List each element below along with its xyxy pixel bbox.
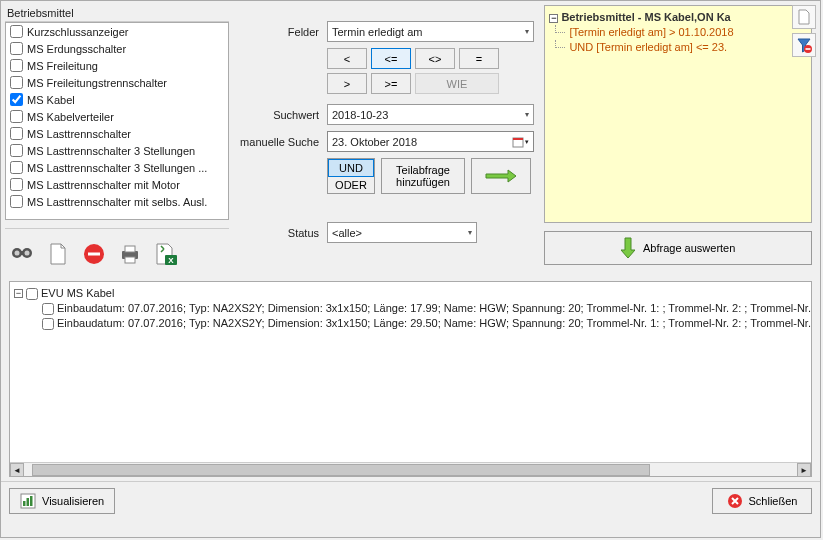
delete-icon[interactable] — [77, 237, 111, 271]
betriebsmittel-item[interactable]: MS Kabelverteiler — [6, 108, 228, 125]
manuelle-suche-value: 23. Oktober 2018 — [332, 136, 417, 148]
suchwert-label: Suchwert — [239, 109, 327, 121]
suchwert-dropdown[interactable]: 2018-10-23 ▾ — [327, 104, 534, 125]
collapse-icon[interactable]: − — [14, 289, 23, 298]
evaluate-query-button[interactable]: Abfrage auswerten — [544, 231, 812, 265]
horizontal-scrollbar[interactable]: ◄ ► — [10, 462, 811, 476]
query-preview[interactable]: −Betriebsmittel - MS Kabel,ON Ka [Termin… — [544, 5, 812, 223]
left-toolbar: X — [5, 228, 229, 271]
op-lte-button[interactable]: <= — [371, 48, 411, 69]
result-row-checkbox[interactable] — [42, 303, 54, 315]
betriebsmittel-label: Betriebsmittel — [5, 5, 229, 22]
bottom-bar: Visualisieren Schließen — [1, 481, 820, 520]
operator-grid: < <= <> = > >= WIE — [327, 48, 534, 94]
calendar-icon[interactable]: ▾ — [512, 136, 529, 148]
filter-icon[interactable] — [792, 33, 816, 57]
betriebsmittel-item[interactable]: MS Lasttrennschalter — [6, 125, 228, 142]
betriebsmittel-checkbox[interactable] — [10, 178, 23, 191]
manuelle-suche-datepicker[interactable]: 23. Oktober 2018 ▾ — [327, 131, 534, 152]
upper-panel: Betriebsmittel KurzschlussanzeigerMS Erd… — [1, 1, 820, 279]
betriebsmittel-item-label: MS Lasttrennschalter mit Motor — [27, 179, 180, 191]
result-root-checkbox[interactable] — [26, 288, 38, 300]
betriebsmittel-checkbox[interactable] — [10, 93, 23, 106]
betriebsmittel-item-label: MS Kabel — [27, 94, 75, 106]
betriebsmittel-item-label: Kurzschlussanzeiger — [27, 26, 129, 38]
status-label: Status — [239, 227, 327, 239]
op-gte-button[interactable]: >= — [371, 73, 411, 94]
print-icon[interactable] — [113, 237, 147, 271]
betriebsmittel-checkbox[interactable] — [10, 42, 23, 55]
manuelle-suche-label: manuelle Suche — [239, 136, 327, 148]
scroll-track[interactable] — [24, 463, 797, 476]
close-button[interactable]: Schließen — [712, 488, 812, 514]
op-eq-button[interactable]: = — [459, 48, 499, 69]
result-row[interactable]: Einbaudatum: 07.07.2016; Typ: NA2XS2Y; D… — [42, 316, 807, 331]
betriebsmittel-item[interactable]: Kurzschlussanzeiger — [6, 23, 228, 40]
betriebsmittel-item[interactable]: MS Lasttrennschalter mit selbs. Ausl. — [6, 193, 228, 210]
betriebsmittel-item-label: MS Lasttrennschalter 3 Stellungen — [27, 145, 195, 157]
middle-panel: Felder Termin erledigt am ▾ < <= <> = > … — [239, 5, 534, 275]
betriebsmittel-item[interactable]: MS Erdungsschalter — [6, 40, 228, 57]
arrow-right-button[interactable] — [471, 158, 531, 194]
betriebsmittel-item-label: MS Erdungsschalter — [27, 43, 126, 55]
suchwert-value: 2018-10-23 — [332, 109, 388, 121]
op-lt-button[interactable]: < — [327, 48, 367, 69]
logic-or-button[interactable]: ODER — [328, 177, 374, 193]
op-ne-button[interactable]: <> — [415, 48, 455, 69]
result-root-label: EVU MS Kabel — [41, 286, 114, 301]
preview-condition-2[interactable]: UND [Termin erledigt am] <= 23. — [569, 40, 807, 55]
svg-rect-19 — [30, 496, 33, 506]
scroll-right-button[interactable]: ► — [797, 463, 811, 477]
svg-rect-17 — [23, 501, 26, 506]
svg-rect-15 — [806, 48, 811, 50]
betriebsmittel-checklist[interactable]: KurzschlussanzeigerMS ErdungsschalterMS … — [5, 22, 229, 220]
betriebsmittel-item[interactable]: MS Kabel — [6, 91, 228, 108]
betriebsmittel-checkbox[interactable] — [10, 59, 23, 72]
svg-point-3 — [15, 251, 20, 256]
evaluate-label: Abfrage auswerten — [643, 242, 735, 254]
betriebsmittel-item-label: MS Lasttrennschalter 3 Stellungen ... — [27, 162, 207, 174]
excel-export-icon[interactable]: X — [149, 237, 183, 271]
betriebsmittel-item[interactable]: MS Freileitung — [6, 57, 228, 74]
betriebsmittel-checkbox[interactable] — [10, 195, 23, 208]
svg-rect-2 — [20, 251, 24, 255]
betriebsmittel-item[interactable]: MS Lasttrennschalter mit Motor — [6, 176, 228, 193]
betriebsmittel-checkbox[interactable] — [10, 161, 23, 174]
binoculars-icon[interactable] — [5, 237, 39, 271]
scroll-left-button[interactable]: ◄ — [10, 463, 24, 477]
status-dropdown[interactable]: <alle> ▾ — [327, 222, 477, 243]
results-tree[interactable]: − EVU MS Kabel Einbaudatum: 07.07.2016; … — [9, 281, 812, 477]
new-page-icon[interactable] — [41, 237, 75, 271]
betriebsmittel-checkbox[interactable] — [10, 144, 23, 157]
side-icons — [792, 5, 816, 57]
betriebsmittel-checkbox[interactable] — [10, 25, 23, 38]
betriebsmittel-checkbox[interactable] — [10, 127, 23, 140]
preview-condition-1[interactable]: [Termin erledigt am] > 01.10.2018 — [569, 25, 807, 40]
betriebsmittel-item[interactable]: MS Lasttrennschalter 3 Stellungen — [6, 142, 228, 159]
betriebsmittel-item[interactable]: MS Freileitungstrennschalter — [6, 74, 228, 91]
arrow-right-icon — [484, 169, 518, 183]
betriebsmittel-checkbox[interactable] — [10, 110, 23, 123]
betriebsmittel-checkbox[interactable] — [10, 76, 23, 89]
op-gt-button[interactable]: > — [327, 73, 367, 94]
betriebsmittel-item[interactable]: MS Lasttrennschalter 3 Stellungen ... — [6, 159, 228, 176]
right-panel: −Betriebsmittel - MS Kabel,ON Ka [Termin… — [544, 5, 812, 275]
scroll-thumb[interactable] — [32, 464, 650, 476]
visualize-icon — [20, 493, 36, 509]
felder-label: Felder — [239, 26, 327, 38]
betriebsmittel-item-label: MS Lasttrennschalter mit selbs. Ausl. — [27, 196, 207, 208]
logic-toggles: UND ODER — [327, 158, 375, 194]
logic-and-button[interactable]: UND — [328, 159, 374, 177]
chevron-down-icon: ▾ — [525, 110, 529, 119]
add-subquery-button[interactable]: Teilabfrage hinzufügen — [381, 158, 465, 194]
result-root[interactable]: − EVU MS Kabel — [14, 286, 807, 301]
felder-dropdown[interactable]: Termin erledigt am ▾ — [327, 21, 534, 42]
betriebsmittel-item-label: MS Lasttrennschalter — [27, 128, 131, 140]
visualize-label: Visualisieren — [42, 495, 104, 507]
svg-rect-6 — [88, 253, 100, 256]
result-row[interactable]: Einbaudatum: 07.07.2016; Typ: NA2XS2Y; D… — [42, 301, 807, 316]
visualize-button[interactable]: Visualisieren — [9, 488, 115, 514]
result-row-checkbox[interactable] — [42, 318, 54, 330]
svg-rect-9 — [125, 257, 135, 263]
page-icon[interactable] — [792, 5, 816, 29]
